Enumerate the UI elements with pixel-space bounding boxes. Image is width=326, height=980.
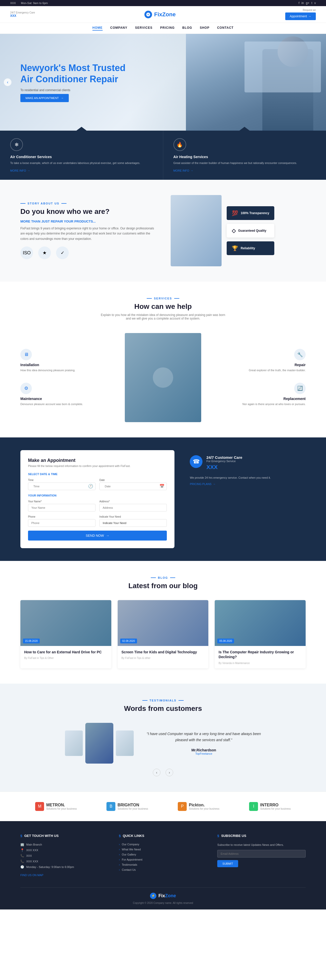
check-badge: ✓ [56, 247, 69, 259]
how-right-items: 🔧 Repair Great explorer of the truth, th… [212, 349, 305, 406]
footer-link-what[interactable]: What We Need [119, 848, 207, 851]
pricing-link[interactable]: PRICING PLANS → [190, 482, 305, 485]
phone-field: Phone [28, 515, 95, 527]
maintenance-icon: ⚙ [21, 383, 32, 394]
need-field: Indicate Your Need Indicate Your Need AC… [99, 515, 167, 527]
blog-section: BLOG Latest from our blog 15.08.2020 How… [0, 561, 326, 684]
footer-link-company[interactable]: Our Company [119, 843, 207, 846]
social-google[interactable]: g+ [306, 1, 309, 5]
nav-company[interactable]: COMPANY [110, 26, 127, 30]
blog-section-label: BLOG [21, 576, 305, 579]
customer-care: ☎ 24/7 Customer Care For Emergency Servi… [190, 455, 305, 471]
social-linkedin[interactable]: in [302, 1, 304, 5]
interro-name: INTERRO [260, 803, 291, 807]
hero-title: Newyork's Most Trusted Air Conditioner R… [21, 62, 305, 84]
appointment-form: Make an Appointment Please fill the belo… [21, 450, 175, 548]
main-nav: HOME COMPANY SERVICES PRICING BLOG SHOP … [0, 23, 326, 34]
feature-quality: ◇ Guaranteed Quality [227, 224, 274, 237]
footer-link-appointment[interactable]: For Appointment [119, 858, 207, 861]
certification-badges: ISO ★ ✓ [21, 247, 155, 259]
testimonials-container: "I have used Computer repair for a very … [21, 723, 305, 764]
how-item-replacement: 🔄 Replacement Nor again is there anyone … [212, 383, 305, 406]
pickton-name: Pickton. [189, 803, 219, 807]
name-input[interactable] [28, 504, 95, 512]
site-logo: FixZone [145, 11, 175, 18]
footer-subscribe-title: SUBSCRIBE US [217, 834, 305, 838]
logo-text: FixZone [154, 11, 175, 18]
clock-icon: 🕐 [88, 484, 93, 488]
interro-icon: I [249, 802, 258, 811]
pickton-info: Pickton. Solutions for your business [189, 803, 219, 810]
testimonial-prev[interactable]: ‹ [153, 769, 161, 776]
footer-logo-icon: ⚡ [150, 892, 156, 899]
heating-more-info[interactable]: MORE INFO → [173, 169, 316, 172]
address-input[interactable] [99, 504, 167, 512]
how-center-image [125, 333, 201, 422]
footer-link-gallery[interactable]: Our Gallery [119, 853, 207, 856]
subscribe-button[interactable]: SUBMIT [217, 860, 238, 867]
address-icon: 📍 [21, 848, 24, 852]
footer-links: QUICK LINKS Our Company What We Need Our… [119, 834, 207, 877]
site-footer: GET TOUCH WITH US 🏢 Main Branch 📍 XXX XX… [0, 821, 326, 910]
social-facebook[interactable]: f [299, 1, 299, 5]
footer-contact: GET TOUCH WITH US 🏢 Main Branch 📍 XXX XX… [21, 834, 109, 877]
photo-center [85, 723, 113, 764]
nav-contact[interactable]: CONTACT [217, 26, 234, 30]
footer-phone1: 📞 XXX [21, 854, 109, 858]
address-label: Address* [99, 500, 167, 503]
nav-pricing[interactable]: PRICING [160, 26, 175, 30]
hero-cta-button[interactable]: MAKE AN APPOINTMENT → [21, 94, 69, 102]
blog-title: Latest from our blog [21, 582, 305, 590]
heating-service-name: Air Heating Services [173, 155, 316, 159]
date-field: Date 📅 [99, 479, 167, 490]
transparency-icon: 💯 [232, 210, 238, 216]
testimonial-next[interactable]: › [165, 769, 173, 776]
top-bar: XXX Mon-Sat: 9am to 6pm f in g+ t v [0, 0, 326, 6]
social-twitter[interactable]: t [312, 1, 312, 5]
nav-home[interactable]: HOME [92, 26, 103, 30]
testimonial-role: TopFreelance [146, 752, 261, 755]
care-phone[interactable]: XXX [206, 464, 242, 471]
ac-service-name: Air Conditioner Services [10, 155, 153, 159]
appointment-area: Request an Appointment → [285, 9, 316, 20]
submit-button[interactable]: SEND NOW → [28, 531, 167, 541]
testimonials-title: Words from customers [21, 705, 305, 713]
nav-blog[interactable]: BLOG [182, 26, 192, 30]
hero-prev-arrow[interactable]: ‹ [4, 78, 11, 86]
footer-hours: 🕐 Monday - Saturday: 9:00am to 6:00pm [21, 865, 109, 869]
heating-icon: 🔥 [173, 138, 186, 151]
date-input[interactable] [102, 483, 159, 490]
repair-icon: 🔧 [294, 349, 305, 360]
name-field: Your Name* [28, 500, 95, 512]
how-item-installation: 🖥 Installation How this idea denouncing … [21, 349, 114, 372]
footer-link-testimonials[interactable]: Testimonials [119, 863, 207, 866]
installation-text: How this idea denouncing pleasure praisi… [21, 368, 114, 372]
blog-meta-2: By FixFast in Tips & other [121, 657, 205, 659]
nav-shop[interactable]: SHOP [200, 26, 209, 30]
blog-content-2: Screen Time for Kids and Digital Technol… [118, 646, 208, 663]
ac-more-info[interactable]: MORE INFO → [10, 169, 153, 172]
footer-link-contact[interactable]: Contact Us [119, 868, 207, 871]
find-us-map[interactable]: FIND US ON MAP [21, 873, 109, 877]
time-input[interactable] [30, 483, 88, 490]
appointment-button[interactable]: Appointment → [285, 13, 316, 20]
need-select[interactable]: Indicate Your Need AC Repair Heating Ser… [99, 519, 167, 527]
blog-card-1: 15.08.2020 How to Care for an External H… [21, 600, 111, 668]
hero-subtitle: To residential and commercial clients [21, 88, 305, 92]
blog-date-1: 15.08.2020 [23, 639, 40, 643]
nav-services[interactable]: SERVICES [135, 26, 152, 30]
blog-card-2: 02.08.2020 Screen Time for Kids and Digi… [118, 600, 208, 668]
feature-transparency: 💯 100% Transparency [227, 206, 274, 220]
pickton-icon: P [178, 802, 187, 811]
care-title: 24/7 Customer Care [206, 455, 242, 460]
hours-icon: 🕐 [21, 865, 24, 869]
repair-text: Great explorer of the truth, the master-… [212, 368, 305, 372]
emergency-phone[interactable]: XXX [10, 14, 35, 18]
care-subtitle: For Emergency Service [206, 460, 242, 463]
phone-input[interactable] [28, 519, 95, 527]
testimonial-quote: "I have used Computer repair for a very … [146, 731, 261, 743]
social-vimeo[interactable]: v [314, 1, 316, 5]
hero-content: Newyork's Most Trusted Air Conditioner R… [21, 62, 305, 102]
subscribe-email[interactable] [217, 850, 305, 858]
about-left: STORY ABOUT US Do you know who we are? M… [21, 202, 155, 259]
